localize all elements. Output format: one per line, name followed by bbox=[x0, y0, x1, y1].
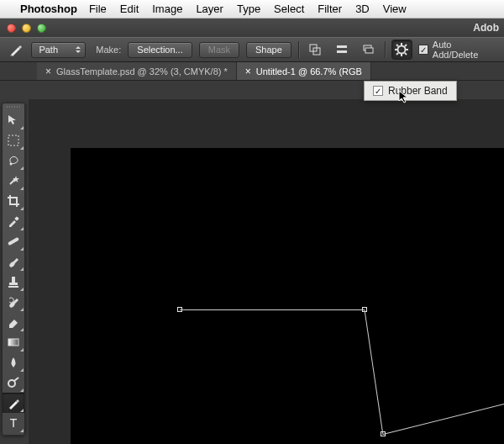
menu-layer[interactable]: Layer bbox=[196, 3, 223, 15]
history-brush-icon bbox=[7, 295, 20, 309]
path-align-button[interactable] bbox=[332, 40, 351, 59]
blur-tool[interactable] bbox=[3, 352, 24, 373]
wand-icon bbox=[7, 174, 20, 188]
svg-rect-2 bbox=[337, 45, 347, 48]
document-tab[interactable]: × GlassTemplate.psd @ 32% (3, CMYK/8) * bbox=[37, 62, 237, 80]
flyout-indicator bbox=[20, 388, 24, 392]
app-window: Adob Path Make: Selection... Mask Shape bbox=[0, 18, 504, 444]
eyedropper-icon bbox=[7, 214, 20, 228]
make-shape-button[interactable]: Shape bbox=[246, 42, 291, 58]
make-label: Make: bbox=[96, 45, 121, 55]
svg-rect-3 bbox=[337, 50, 347, 53]
move-tool[interactable] bbox=[3, 110, 24, 130]
dodge-icon bbox=[7, 376, 20, 389]
menu-file[interactable]: File bbox=[89, 3, 107, 15]
eraser-icon bbox=[7, 315, 20, 329]
make-selection-label: Selection... bbox=[137, 45, 182, 55]
flyout-indicator bbox=[20, 328, 24, 331]
gear-icon bbox=[395, 43, 408, 56]
flyout-indicator bbox=[20, 146, 24, 150]
document-tab-label: Untitled-1 @ 66.7% (RGB bbox=[256, 66, 362, 77]
options-bar: Path Make: Selection... Mask Shape bbox=[0, 37, 504, 62]
rubber-band-checkbox[interactable]: ✓ bbox=[373, 86, 383, 96]
eraser-tool[interactable] bbox=[3, 312, 24, 332]
rubber-band-label: Rubber Band bbox=[388, 85, 448, 97]
pen-icon bbox=[8, 42, 24, 57]
marquee-tool[interactable] bbox=[3, 130, 24, 151]
flyout-indicator bbox=[20, 227, 24, 230]
lasso-tool[interactable] bbox=[3, 151, 24, 171]
document-tab-label: GlassTemplate.psd @ 32% (3, CMYK/8) * bbox=[56, 66, 228, 77]
svg-rect-5 bbox=[365, 48, 373, 53]
magic-wand-tool[interactable] bbox=[3, 171, 24, 191]
pen-options-gear-button[interactable] bbox=[392, 40, 412, 59]
document-tab[interactable]: × Untitled-1 @ 66.7% (RGB bbox=[237, 62, 371, 80]
svg-rect-20 bbox=[8, 237, 19, 246]
svg-point-25 bbox=[8, 380, 15, 387]
svg-rect-22 bbox=[9, 283, 18, 285]
menu-edit[interactable]: Edit bbox=[120, 3, 139, 15]
svg-point-17 bbox=[10, 163, 13, 166]
type-icon: T bbox=[7, 416, 20, 430]
droplet-icon bbox=[7, 356, 20, 369]
close-tab-icon[interactable]: × bbox=[245, 66, 251, 77]
window-zoom-button[interactable] bbox=[37, 24, 46, 33]
pen-mode-value: Path bbox=[39, 45, 58, 55]
lasso-icon bbox=[7, 154, 20, 167]
type-tool[interactable]: T bbox=[3, 413, 24, 433]
menu-3d[interactable]: 3D bbox=[355, 3, 370, 15]
move-icon bbox=[7, 114, 20, 127]
menu-type[interactable]: Type bbox=[237, 3, 260, 15]
menu-view[interactable]: View bbox=[383, 3, 407, 15]
make-mask-button[interactable]: Mask bbox=[199, 42, 239, 58]
flyout-indicator bbox=[20, 429, 24, 432]
pen-mode-dropdown[interactable]: Path bbox=[31, 42, 86, 58]
window-title: Adob bbox=[473, 22, 504, 34]
marquee-icon bbox=[7, 134, 20, 147]
panel-grip[interactable] bbox=[3, 103, 24, 110]
svg-text:T: T bbox=[10, 416, 18, 430]
flyout-indicator bbox=[20, 409, 24, 412]
current-tool-icon[interactable] bbox=[7, 40, 24, 59]
window-minimize-button[interactable] bbox=[22, 24, 31, 33]
eyedropper-tool[interactable] bbox=[3, 211, 24, 231]
healing-brush-tool[interactable] bbox=[3, 231, 24, 251]
dodge-tool[interactable] bbox=[3, 373, 24, 393]
path-op-combine-button[interactable] bbox=[306, 40, 325, 59]
clone-stamp-tool[interactable] bbox=[3, 272, 24, 292]
make-selection-button[interactable]: Selection... bbox=[128, 42, 192, 58]
menu-filter[interactable]: Filter bbox=[318, 3, 342, 15]
gradient-tool[interactable] bbox=[3, 332, 24, 352]
flyout-indicator bbox=[20, 368, 24, 372]
flyout-indicator bbox=[20, 166, 24, 170]
svg-point-15 bbox=[401, 49, 403, 51]
separator bbox=[298, 41, 299, 58]
svg-rect-23 bbox=[8, 286, 18, 288]
flyout-indicator bbox=[20, 308, 24, 311]
app-name[interactable]: Photoshop bbox=[20, 3, 77, 15]
menu-select[interactable]: Select bbox=[274, 3, 304, 15]
pen-icon bbox=[7, 396, 20, 410]
document-tab-bar: × GlassTemplate.psd @ 32% (3, CMYK/8) * … bbox=[0, 62, 504, 81]
pen-tool[interactable] bbox=[3, 393, 24, 413]
menu-image[interactable]: Image bbox=[152, 3, 182, 15]
flyout-indicator bbox=[20, 187, 24, 190]
mac-menubar: Photoshop File Edit Image Layer Type Sel… bbox=[0, 0, 504, 18]
pen-options-popover: ✓ Rubber Band bbox=[364, 81, 457, 101]
path-segment bbox=[180, 309, 365, 310]
svg-line-14 bbox=[396, 53, 398, 55]
checkbox-icon: ✓ bbox=[418, 45, 428, 55]
close-tab-icon[interactable]: × bbox=[45, 66, 51, 77]
brush-icon bbox=[7, 255, 20, 268]
document-canvas[interactable] bbox=[71, 148, 504, 444]
stamp-icon bbox=[7, 275, 20, 288]
crop-tool[interactable] bbox=[3, 191, 24, 211]
window-close-button[interactable] bbox=[7, 24, 16, 33]
brush-tool[interactable] bbox=[3, 251, 24, 272]
auto-add-delete-checkbox[interactable]: ✓ Auto Add/Delete bbox=[418, 40, 497, 60]
flyout-indicator bbox=[20, 126, 24, 130]
window-titlebar: Adob bbox=[0, 18, 504, 37]
auto-add-delete-label: Auto Add/Delete bbox=[433, 40, 497, 60]
history-brush-tool[interactable] bbox=[3, 292, 24, 312]
path-arrange-button[interactable] bbox=[358, 40, 377, 59]
